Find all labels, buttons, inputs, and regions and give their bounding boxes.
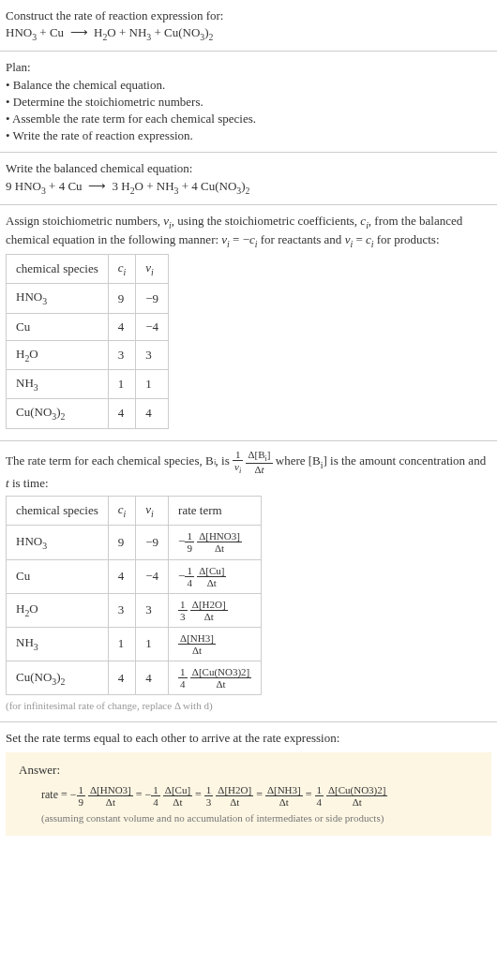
cell-rateterm: Δ[NH3]Δt — [169, 627, 262, 661]
cell-v: 4 — [136, 399, 169, 428]
plan-item-text: Assemble the rate term for each chemical… — [12, 111, 256, 126]
cell-v: 1 — [136, 370, 169, 399]
table-row: Cu(NO3)2 4 4 — [7, 399, 169, 428]
plan-item-text: Balance the chemical equation. — [13, 78, 165, 92]
cell-c: 9 — [108, 526, 136, 559]
cell-species: NH3 — [7, 370, 109, 399]
cell-v: −4 — [136, 559, 169, 593]
col-rateterm: rate term — [169, 497, 262, 526]
cell-v: 1 — [136, 627, 169, 661]
cell-v: 4 — [136, 661, 169, 695]
cell-c: 1 — [108, 370, 136, 399]
table-row: Cu 4 −4 — [7, 313, 169, 340]
answer-rate-expression: rate = −19 Δ[HNO3]Δt = −14 Δ[Cu]Δt = 13 … — [41, 784, 478, 808]
cell-c: 3 — [108, 593, 136, 627]
plan-title: Plan: — [6, 59, 491, 76]
col-c: ci — [108, 497, 136, 526]
table-row: H2O 3 3 13 Δ[H2O]Δt — [7, 593, 262, 627]
cell-species: Cu — [7, 313, 109, 340]
cell-species: NH3 — [7, 627, 109, 661]
plan-item-text: Write the rate of reaction expression. — [13, 128, 193, 142]
col-c: ci — [108, 255, 136, 284]
frac-delta-b: Δ[Bi]Δt — [246, 449, 272, 475]
cell-c: 1 — [108, 627, 136, 661]
cell-c: 3 — [108, 340, 136, 369]
stoich-table: chemical species ci νi HNO3 9 −9 Cu 4 −4… — [6, 254, 169, 428]
cell-species: H2O — [7, 593, 109, 627]
rateterm-text: The rate term for each chemical species,… — [6, 449, 491, 493]
cell-species: Cu(NO3)2 — [7, 399, 109, 428]
plan-item-text: Determine the stoichiometric numbers. — [13, 95, 203, 109]
cell-rateterm: −19 Δ[HNO3]Δt — [169, 526, 262, 559]
cell-rateterm: 14 Δ[Cu(NO3)2]Δt — [169, 661, 262, 695]
final-title: Set the rate terms equal to each other t… — [6, 730, 491, 747]
plan-item: • Balance the chemical equation. — [6, 77, 491, 94]
col-species: chemical species — [7, 497, 109, 526]
table-row: Cu 4 −4 −14 Δ[Cu]Δt — [7, 559, 262, 593]
intro-equation: HNO3 + Cu ⟶ H2O + NH3 + Cu(NO3)2 — [6, 24, 491, 43]
balanced-section: Write the balanced chemical equation: 9 … — [0, 153, 497, 203]
col-v: νi — [136, 497, 169, 526]
table-header-row: chemical species ci νi rate term — [7, 497, 262, 526]
cell-rateterm: 13 Δ[H2O]Δt — [169, 593, 262, 627]
cell-species: HNO3 — [7, 526, 109, 559]
table-header-row: chemical species ci νi — [7, 255, 169, 284]
table-row: NH3 1 1 Δ[NH3]Δt — [7, 627, 262, 661]
cell-v: −4 — [136, 313, 169, 340]
rateterm-pre: The rate term for each chemical species,… — [6, 453, 233, 468]
frac-one-over-nu: 1νi — [233, 449, 243, 475]
col-v: νi — [136, 255, 169, 284]
rateterm-section: The rate term for each chemical species,… — [0, 441, 497, 721]
cell-c: 4 — [108, 661, 136, 695]
rateterm-note: (for infinitesimal rate of change, repla… — [6, 699, 491, 713]
balanced-title: Write the balanced chemical equation: — [6, 160, 491, 177]
rateterm-table: chemical species ci νi rate term HNO3 9 … — [6, 496, 262, 695]
cell-c: 4 — [108, 559, 136, 593]
cell-v: 3 — [136, 340, 169, 369]
assign-text: Assign stoichiometric numbers, νi, using… — [6, 213, 491, 250]
plan-item: • Write the rate of reaction expression. — [6, 127, 491, 144]
cell-rateterm: −14 Δ[Cu]Δt — [169, 559, 262, 593]
table-row: Cu(NO3)2 4 4 14 Δ[Cu(NO3)2]Δt — [7, 661, 262, 695]
table-row: NH3 1 1 — [7, 370, 169, 399]
cell-c: 9 — [108, 284, 136, 313]
intro-title: Construct the rate of reaction expressio… — [6, 7, 491, 24]
cell-v: 3 — [136, 593, 169, 627]
cell-c: 4 — [108, 313, 136, 340]
col-species: chemical species — [7, 255, 109, 284]
intro-section: Construct the rate of reaction expressio… — [0, 0, 497, 51]
answer-note: (assuming constant volume and no accumul… — [41, 811, 478, 825]
table-row: H2O 3 3 — [7, 340, 169, 369]
cell-c: 4 — [108, 399, 136, 428]
assign-section: Assign stoichiometric numbers, νi, using… — [0, 205, 497, 440]
answer-label: Answer: — [19, 762, 478, 779]
cell-species: HNO3 — [7, 284, 109, 313]
cell-species: H2O — [7, 340, 109, 369]
cell-v: −9 — [136, 284, 169, 313]
table-row: HNO3 9 −9 — [7, 284, 169, 313]
rate-prefix: rate = — [41, 788, 70, 801]
balanced-equation: 9 HNO3 + 4 Cu ⟶ 3 H2O + NH3 + 4 Cu(NO3)2 — [6, 178, 491, 197]
plan-section: Plan: • Balance the chemical equation. •… — [0, 52, 497, 152]
cell-species: Cu(NO3)2 — [7, 661, 109, 695]
final-section: Set the rate terms equal to each other t… — [0, 722, 497, 843]
plan-item: • Assemble the rate term for each chemic… — [6, 111, 491, 127]
plan-item: • Determine the stoichiometric numbers. — [6, 94, 491, 111]
cell-species: Cu — [7, 559, 109, 593]
answer-box: Answer: rate = −19 Δ[HNO3]Δt = −14 Δ[Cu]… — [6, 752, 491, 836]
cell-v: −9 — [136, 526, 169, 559]
table-row: HNO3 9 −9 −19 Δ[HNO3]Δt — [7, 526, 262, 559]
